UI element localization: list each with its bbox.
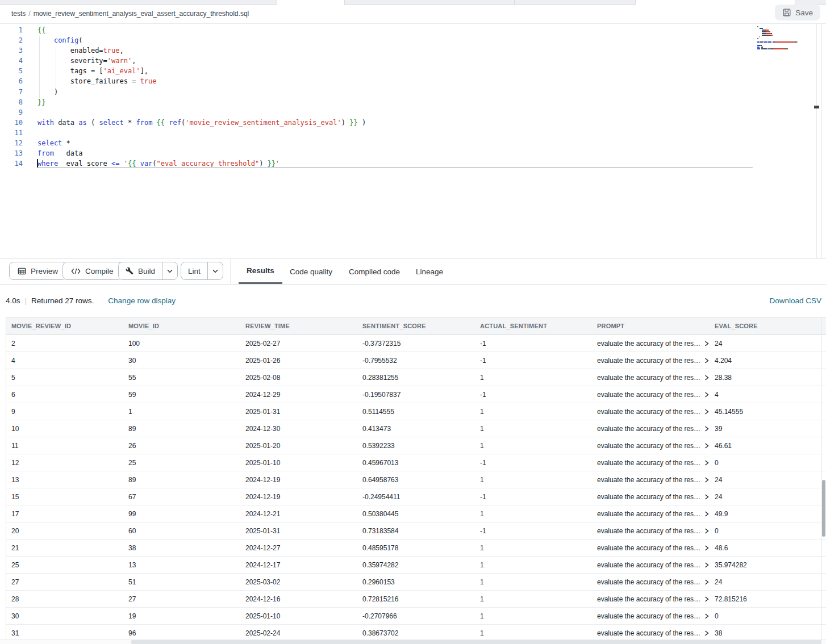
prompt-cell[interactable]: evaluate the accuracy of the res… (591, 437, 709, 454)
breadcrumb-folder[interactable]: tests (11, 10, 26, 18)
code-line[interactable]: 10with data as ( select * from {{ ref('m… (0, 118, 366, 128)
cell: 72.815216 (709, 591, 826, 608)
code-line[interactable]: 12select * (0, 138, 366, 148)
cell: 96 (123, 625, 240, 642)
preview-button[interactable]: Preview (9, 262, 66, 280)
tab-compiled-code[interactable]: Compiled code (341, 259, 408, 284)
prompt-cell[interactable]: evaluate the accuracy of the res… (591, 591, 709, 608)
code-line[interactable]: 8}} (0, 97, 366, 107)
expand-prompt-icon[interactable] (704, 579, 709, 585)
prompt-cell[interactable]: evaluate the accuracy of the res… (591, 522, 709, 540)
editor-scrollbar-border (821, 24, 822, 259)
code-line[interactable]: 1{{ (0, 25, 366, 35)
ide-window: tests/movie_review_sentiment_analysis_ev… (0, 0, 826, 644)
prompt-cell[interactable]: evaluate the accuracy of the res… (591, 505, 709, 522)
open-file-tab[interactable] (635, 0, 795, 5)
expand-prompt-icon[interactable] (704, 409, 709, 415)
status-separator: | (20, 296, 32, 305)
prompt-cell[interactable]: evaluate the accuracy of the res… (591, 540, 709, 557)
download-csv-link[interactable]: Download CSV (769, 296, 821, 305)
cell: 2 (6, 335, 123, 352)
editor-lines[interactable]: 1{{2 config(3 enabled=true,4 severity='w… (0, 25, 366, 169)
prompt-cell[interactable]: evaluate the accuracy of the res… (591, 488, 709, 505)
code-line[interactable]: 13from data (0, 148, 366, 158)
code-line[interactable]: 11 (0, 128, 366, 138)
expand-prompt-icon[interactable] (704, 545, 709, 551)
prompt-cell[interactable]: evaluate the accuracy of the res… (591, 625, 709, 642)
cell: -1 (474, 335, 591, 352)
save-label: Save (795, 9, 813, 17)
compile-button[interactable]: Compile (62, 262, 122, 280)
cell: 24 (709, 488, 826, 505)
expand-prompt-icon[interactable] (704, 511, 709, 517)
code-editor[interactable]: 1{{2 config(3 enabled=true,4 severity='w… (0, 24, 826, 259)
prompt-cell[interactable]: evaluate the accuracy of the res… (591, 574, 709, 591)
expand-prompt-icon[interactable] (704, 528, 709, 534)
prompt-cell[interactable]: evaluate the accuracy of the res… (591, 369, 709, 386)
vertical-scrollbar-thumb[interactable] (822, 480, 825, 537)
table-row: 912025-01-310.51145551 evaluate the accu… (6, 403, 826, 420)
prompt-cell[interactable]: evaluate the accuracy of the res… (591, 471, 709, 488)
tab-results[interactable]: Results (239, 259, 282, 284)
cell: 89 (123, 471, 240, 488)
cell: -0.7955532 (357, 352, 474, 369)
prompt-cell[interactable]: evaluate the accuracy of the res… (591, 557, 709, 574)
cell: 1 (474, 471, 591, 488)
expand-prompt-icon[interactable] (704, 443, 709, 449)
prompt-cell[interactable]: evaluate the accuracy of the res… (591, 352, 709, 369)
prompt-cell[interactable]: evaluate the accuracy of the res… (591, 335, 709, 352)
change-row-display-link[interactable]: Change row display (108, 296, 176, 305)
cell: 48.6 (709, 540, 826, 557)
horizontal-scrollbar-thumb[interactable] (131, 640, 821, 644)
code-line[interactable]: 7 ) (0, 87, 366, 97)
expand-prompt-icon[interactable] (704, 562, 709, 568)
expand-prompt-icon[interactable] (704, 630, 709, 636)
cell: 35.974282 (709, 557, 826, 574)
tab-code-quality[interactable]: Code quality (282, 259, 340, 284)
code-line[interactable]: 2 config( (0, 35, 366, 45)
tab-lineage-label: Lineage (416, 267, 443, 276)
expand-prompt-icon[interactable] (704, 341, 709, 346)
breadcrumb: tests/movie_review_sentiment_analysis_ev… (11, 10, 249, 18)
editor-tab-strip[interactable] (0, 0, 826, 5)
prompt-text: evaluate the accuracy of the res… (597, 527, 700, 535)
expand-prompt-icon[interactable] (704, 596, 709, 602)
cell: 12 (6, 454, 123, 471)
tab-lineage[interactable]: Lineage (408, 259, 451, 284)
expand-prompt-icon[interactable] (704, 477, 709, 483)
code-line[interactable]: 3 enabled=true, (0, 45, 366, 56)
expand-prompt-icon[interactable] (704, 460, 709, 466)
cell: 0.5114555 (357, 403, 474, 420)
expand-prompt-icon[interactable] (704, 494, 709, 500)
column-header: ACTUAL_SENTIMENT (474, 317, 591, 335)
table-row: 31962025-02-240.386737021 evaluate the a… (6, 625, 826, 642)
code-line[interactable]: 4 severity='warn', (0, 56, 366, 66)
code-line[interactable]: 9 (0, 107, 366, 118)
code-line[interactable]: 6 store_failures = true (0, 76, 366, 86)
save-button[interactable]: Save (775, 5, 820, 20)
build-button[interactable]: Build (119, 262, 162, 279)
prompt-cell[interactable]: evaluate the accuracy of the res… (591, 420, 709, 437)
expand-prompt-icon[interactable] (704, 358, 709, 363)
expand-prompt-icon[interactable] (704, 613, 709, 619)
prompt-cell[interactable]: evaluate the accuracy of the res… (591, 403, 709, 420)
lint-menu-button[interactable] (207, 262, 223, 279)
expand-prompt-icon[interactable] (704, 375, 709, 380)
open-file-tab[interactable] (277, 0, 345, 5)
line-number: 3 (0, 45, 37, 56)
lint-button[interactable]: Lint (181, 262, 207, 279)
expand-prompt-icon[interactable] (704, 426, 709, 432)
build-menu-button[interactable] (162, 262, 177, 279)
compile-label: Compile (85, 267, 114, 275)
wrench-icon (126, 267, 134, 275)
code-line[interactable]: 5 tags = ['ai_eval'], (0, 66, 366, 76)
prompt-text: evaluate the accuracy of the res… (597, 357, 700, 365)
editor-minimap[interactable] (757, 26, 820, 50)
cell: 2025-01-10 (240, 608, 357, 625)
prompt-cell[interactable]: evaluate the accuracy of the res… (591, 386, 709, 403)
table-row: 21002025-02-27-0.37372315-1 evaluate the… (6, 335, 826, 352)
expand-prompt-icon[interactable] (704, 392, 709, 398)
prompt-cell[interactable]: evaluate the accuracy of the res… (591, 608, 709, 625)
cell: 27 (6, 574, 123, 591)
prompt-cell[interactable]: evaluate the accuracy of the res… (591, 454, 709, 471)
